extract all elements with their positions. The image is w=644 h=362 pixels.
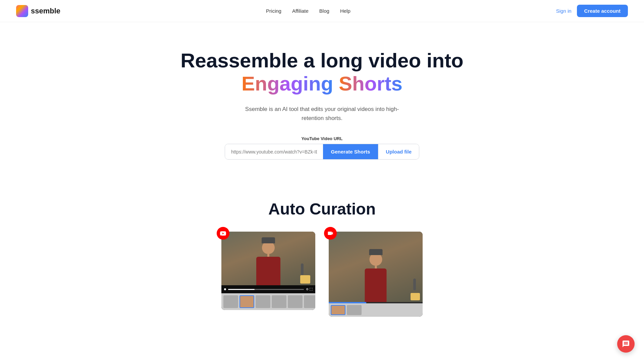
logo-icon bbox=[16, 5, 28, 17]
nav-link-help[interactable]: Help bbox=[340, 8, 351, 14]
video-cards: ⚙ ⛶ bbox=[7, 232, 637, 317]
navbar: ssemble Pricing Affiliate Blog Help Sign… bbox=[0, 0, 644, 22]
shorts-thumbnail[interactable] bbox=[329, 232, 423, 317]
url-section: YouTube Video URL Generate Shorts Upload… bbox=[225, 136, 419, 160]
hero-section: Reassemble a long video into Engaging Sh… bbox=[0, 22, 644, 180]
hero-headline: Reassemble a long video into Engaging Sh… bbox=[7, 49, 637, 95]
youtube-thumbnail[interactable]: ⚙ ⛶ bbox=[221, 232, 315, 310]
headline-line1: Reassemble a long video into bbox=[180, 49, 464, 72]
create-account-button[interactable]: Create account bbox=[577, 5, 628, 17]
url-label: YouTube Video URL bbox=[225, 136, 419, 141]
curation-title: Auto Curation bbox=[7, 200, 637, 218]
curation-section: Auto Curation bbox=[0, 180, 644, 317]
signin-button[interactable]: Sign in bbox=[556, 8, 572, 14]
nav-actions: Sign in Create account bbox=[556, 5, 628, 17]
shorts-video-card bbox=[329, 232, 423, 317]
upload-file-button[interactable]: Upload file bbox=[378, 144, 419, 159]
hero-subtext: Ssemble is an AI tool that edits your or… bbox=[235, 105, 409, 123]
youtube-video-card: ⚙ ⛶ bbox=[221, 232, 315, 317]
nav-links: Pricing Affiliate Blog Help bbox=[266, 8, 351, 14]
nav-link-pricing[interactable]: Pricing bbox=[266, 8, 281, 14]
headline-engaging: Engaging bbox=[241, 72, 333, 95]
video-timeline bbox=[221, 293, 315, 310]
url-row: Generate Shorts Upload file bbox=[225, 144, 419, 160]
logo-text: ssemble bbox=[31, 7, 60, 15]
logo-link[interactable]: ssemble bbox=[16, 5, 60, 17]
headline-shorts: Shorts bbox=[339, 72, 402, 95]
generate-shorts-button[interactable]: Generate Shorts bbox=[323, 144, 378, 159]
url-input[interactable] bbox=[225, 144, 323, 159]
shorts-timeline bbox=[329, 303, 423, 317]
nav-link-blog[interactable]: Blog bbox=[319, 8, 329, 14]
nav-link-affiliate[interactable]: Affiliate bbox=[292, 8, 309, 14]
video-controls: ⚙ ⛶ bbox=[221, 285, 315, 293]
